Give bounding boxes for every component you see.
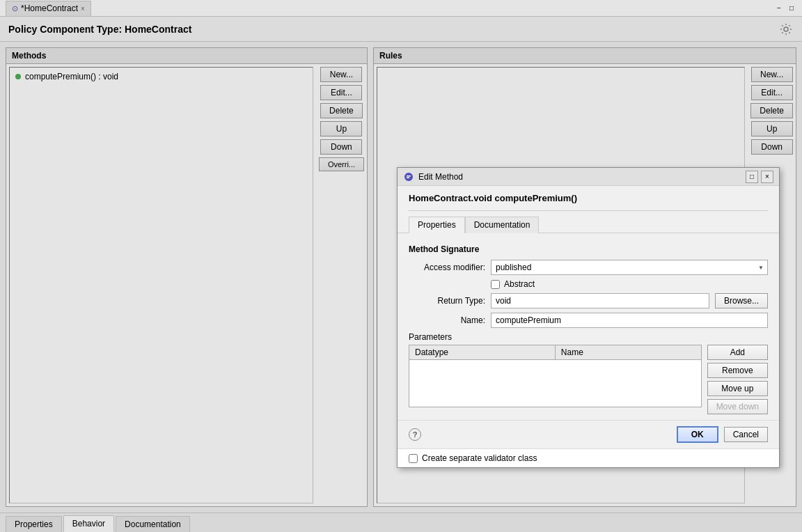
abstract-label: Abstract	[504, 279, 535, 289]
params-buttons: Add Remove Move up Move down	[707, 345, 768, 414]
parameters-table-wrapper: Datatype Name Add Remove Move up Move do…	[409, 345, 768, 414]
name-label: Name:	[409, 315, 485, 325]
dialog-tab-documentation[interactable]: Documentation	[465, 217, 540, 233]
parameters-table: Datatype Name	[409, 345, 702, 407]
dialog-controls: □ ×	[746, 171, 773, 183]
svg-rect-3	[407, 177, 409, 178]
col-datatype: Datatype	[409, 345, 556, 359]
access-modifier-label: Access modifier:	[409, 263, 485, 272]
params-table-body[interactable]	[409, 360, 701, 406]
method-icon	[404, 172, 414, 182]
name-row: Name: computePremium	[409, 313, 768, 328]
dialog-validator: Create separate validator class	[398, 448, 779, 467]
dialog-maximize-button[interactable]: □	[746, 171, 758, 183]
dialog-tabs: Properties Documentation	[398, 217, 779, 233]
parameters-section: Parameters Datatype Name Add Remove Move…	[409, 332, 768, 414]
move-up-param-button[interactable]: Move up	[707, 381, 768, 396]
cancel-button[interactable]: Cancel	[724, 427, 768, 442]
params-table-header: Datatype Name	[409, 345, 701, 360]
add-param-button[interactable]: Add	[707, 345, 768, 360]
dialog-close-button[interactable]: ×	[761, 171, 773, 183]
return-type-input[interactable]: void	[491, 293, 709, 308]
move-down-param-button[interactable]: Move down	[707, 399, 768, 414]
abstract-checkbox[interactable]	[491, 280, 500, 289]
dialog-titlebar: Edit Method □ ×	[398, 168, 779, 186]
remove-param-button[interactable]: Remove	[707, 363, 768, 378]
name-input[interactable]: computePremium	[491, 313, 768, 328]
dialog-separator	[409, 210, 768, 211]
dialog-title-label: Edit Method	[418, 172, 741, 182]
col-name: Name	[556, 345, 701, 359]
access-modifier-row: Access modifier: published public protec…	[409, 260, 768, 275]
dialog-body: Method Signature Access modifier: publis…	[398, 239, 779, 420]
dialog-tab-properties[interactable]: Properties	[409, 217, 465, 233]
validator-label: Create separate validator class	[422, 453, 537, 463]
help-button[interactable]: ?	[409, 428, 421, 441]
svg-point-1	[404, 173, 413, 181]
dialog-footer: ? OK Cancel	[398, 420, 779, 448]
validator-checkbox[interactable]	[409, 454, 418, 463]
svg-rect-2	[407, 175, 411, 177]
abstract-row: Abstract	[409, 279, 768, 289]
browse-button[interactable]: Browse...	[715, 293, 768, 308]
return-type-label: Return Type:	[409, 296, 485, 306]
ok-button[interactable]: OK	[677, 426, 718, 443]
access-modifier-select-wrapper: published public protected private	[491, 260, 768, 275]
method-signature-title: Method Signature	[409, 244, 768, 254]
dialog-method-title: HomeContract.void computePremium()	[398, 186, 779, 208]
dialog-icon	[403, 171, 414, 182]
edit-method-dialog: Edit Method □ × HomeContract.void comput…	[397, 167, 780, 468]
access-modifier-select[interactable]: published public protected private	[491, 260, 768, 275]
return-type-row: Return Type: void Browse...	[409, 293, 768, 308]
parameters-label: Parameters	[409, 332, 768, 342]
